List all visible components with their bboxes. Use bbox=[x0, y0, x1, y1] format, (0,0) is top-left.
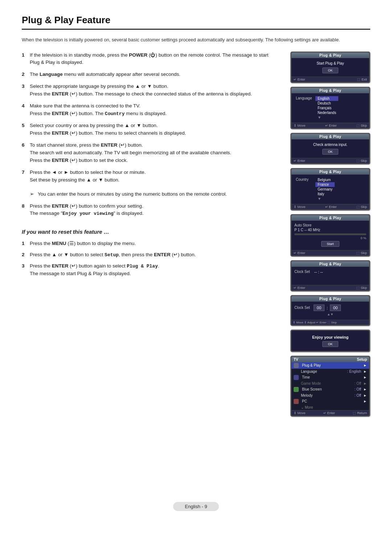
sound-icon bbox=[294, 387, 299, 392]
menu-arrow: ► bbox=[363, 381, 367, 385]
tv-panel-footer: ⇕ Move ↵ Enter ⬚ Return bbox=[291, 410, 369, 416]
step-num: 4 bbox=[22, 102, 30, 118]
tv-panel-header: Plug & Play bbox=[291, 169, 369, 175]
setup-menu-row-plug: Plug & Play ► bbox=[291, 362, 369, 369]
country-more: ▼ bbox=[315, 196, 335, 201]
menu-arrow: ► bbox=[363, 393, 367, 397]
list-item: 2 The Language menu will automatically a… bbox=[22, 71, 279, 78]
country-germany: Germany bbox=[315, 187, 335, 192]
tv-btn-row: OK bbox=[294, 148, 366, 156]
step-num: 7 bbox=[22, 169, 30, 184]
menu-arrow: ► bbox=[363, 375, 367, 379]
footer-enter: ↵ Enter bbox=[294, 286, 305, 290]
tv-panel-header: Plug & Play bbox=[291, 88, 369, 93]
lang-option-francais: Français bbox=[315, 106, 338, 110]
menu-item-value: : Off bbox=[354, 393, 361, 397]
pic-icon bbox=[294, 375, 299, 380]
tv-panel-body: Language English Deutsch Français Nederl… bbox=[291, 93, 369, 123]
enjoy-text: Enjoy your viewing bbox=[294, 334, 366, 340]
step-content: Make sure that the antenna is connected … bbox=[30, 102, 279, 118]
auto-store-row: P 1 C -- 40 MHz bbox=[294, 228, 366, 232]
step-content: Press the ▲ or ▼ button to select Setup,… bbox=[30, 251, 279, 259]
tv-panel-footer-small: ⇕ Move ⇕ Adjust ↵ Enter ⬚ Skip bbox=[291, 320, 369, 325]
tv-panel-inner: Plug & Play Country Belgium France Germa… bbox=[291, 169, 369, 209]
menu-item-label: ⌄ More bbox=[301, 405, 367, 409]
step-content: Select your country or area by pressing … bbox=[30, 122, 279, 137]
tv-panel-inner: Plug & Play Language English Deutsch Fra… bbox=[291, 88, 369, 128]
tv-panel-header: Plug & Play bbox=[291, 261, 369, 267]
note-arrow: ➢ bbox=[30, 191, 38, 198]
menu-item-label: PC bbox=[302, 399, 361, 403]
footer-enter: ↵ Enter bbox=[294, 251, 305, 255]
list-item: 7 Press the ◄ or ► button to select the … bbox=[22, 169, 279, 184]
tv-panel-body: Country Belgium France Germany Italy ▼ bbox=[291, 175, 369, 204]
country-list-row: Country Belgium France Germany Italy ▼ bbox=[294, 177, 366, 202]
clock-set-label: Clock Set bbox=[294, 270, 310, 274]
footer-skip: ⬚ Skip bbox=[356, 205, 367, 209]
note-content: You can enter the hours or minutes by us… bbox=[38, 191, 279, 198]
setup-menu-row-gamemode: Game Mode : Off ► bbox=[291, 381, 369, 386]
footer-enter: ↵ Enter bbox=[294, 159, 305, 163]
sub-section-title: If you want to reset this feature … bbox=[22, 229, 279, 235]
tv-panel-header: Plug & Play bbox=[291, 53, 369, 58]
plug-icon bbox=[294, 363, 299, 368]
lang-label: Language bbox=[296, 96, 314, 100]
footer-badge: English - 9 bbox=[173, 502, 219, 511]
tv-panel-footer: ↵ Enter ⬚ Skip bbox=[291, 285, 369, 290]
step-num: 2 bbox=[22, 71, 30, 78]
tv-panel-body: Auto Store P 1 C -- 40 MHz 0 % Start bbox=[291, 221, 369, 250]
footer-enter: ↵ Enter bbox=[325, 205, 337, 209]
tv-btn-row: OK bbox=[294, 340, 366, 348]
step-content: Press the ENTER (↵) button again to sele… bbox=[30, 262, 279, 278]
tv-center-text: Check antenna input. bbox=[294, 142, 366, 148]
footer-move: ⇕ Move bbox=[294, 205, 306, 209]
note-item: ➢ You can enter the hours or minutes by … bbox=[22, 191, 279, 198]
intro-text: When the television is initially powered… bbox=[22, 36, 370, 44]
clock-set-label: Clock Set bbox=[294, 306, 310, 310]
auto-store-label: Auto Store bbox=[294, 223, 366, 228]
title-section: Plug & Play Feature bbox=[22, 15, 370, 30]
tv-panel-header: Plug & Play bbox=[291, 215, 369, 221]
step-content: The Language menu will automatically app… bbox=[30, 71, 279, 78]
tv-panel-body: Enjoy your viewing OK bbox=[291, 331, 369, 351]
country-belgium: Belgium bbox=[315, 177, 335, 182]
setup-label: Setup bbox=[330, 358, 367, 362]
menu-item-label: Plug & Play bbox=[302, 363, 361, 367]
menu-arrow: ► bbox=[363, 399, 367, 403]
tv-panel-header: Plug & Play bbox=[291, 296, 369, 302]
clock-up-down: ▲▼ bbox=[294, 313, 366, 316]
tv-panel-9: TV Setup Plug & Play ► Language : Englis… bbox=[290, 356, 370, 417]
tv-panel-body: Clock Set -- : -- bbox=[291, 267, 369, 285]
tv-panel-footer: ⇕ Move ↵ Enter ⬚ Skip bbox=[291, 123, 369, 128]
menu-item-label: Game Mode bbox=[301, 381, 352, 385]
progress-bar-wrap bbox=[294, 233, 366, 235]
menu-item-label: Language bbox=[301, 369, 345, 373]
tv-btn-row: Start bbox=[294, 240, 366, 248]
country-label: Country bbox=[296, 177, 314, 181]
tv-panel-footer: ↵ Enter ⬚ Skip bbox=[291, 250, 369, 256]
sub-steps: 1 Press the MENU (☰) button to display t… bbox=[22, 240, 279, 278]
tv-center-text: Start Plug & Play bbox=[294, 60, 366, 66]
step-content: Press the ◄ or ► button to select the ho… bbox=[30, 169, 279, 184]
tv-btn-row: OK bbox=[294, 66, 366, 74]
step-num: 1 bbox=[22, 240, 30, 248]
lang-list-row: Language English Deutsch Français Nederl… bbox=[294, 95, 366, 121]
step-num: 8 bbox=[22, 203, 30, 218]
clock-value: -- : -- bbox=[314, 270, 323, 274]
tv-panel-body: Clock Set 00 : 00 ▲▼ bbox=[291, 302, 369, 320]
steps-list-cont: 8 Press the ENTER (↵) button to confirm … bbox=[22, 203, 279, 218]
tv-panel-8: Enjoy your viewing OK bbox=[290, 330, 370, 352]
clock-min: 00 bbox=[330, 305, 341, 311]
step-num: 5 bbox=[22, 122, 30, 137]
tv-panel-2: Plug & Play Language English Deutsch Fra… bbox=[290, 87, 370, 129]
tv-panel-header: Plug & Play bbox=[291, 134, 369, 139]
setup-header: TV Setup bbox=[291, 357, 369, 362]
country-options: Belgium France Germany Italy ▼ bbox=[315, 177, 335, 201]
tv-panel-3: Plug & Play Check antenna input. OK ↵ En… bbox=[290, 133, 370, 164]
footer-enter: ↵ Enter bbox=[323, 411, 335, 415]
steps-list: 1 If the television is in standby mode, … bbox=[22, 52, 279, 184]
list-item: 3 Select the appropriate language by pre… bbox=[22, 83, 279, 98]
setup-menu-row-pc: PC ► bbox=[291, 398, 369, 405]
footer-move: ⇕ Move bbox=[294, 124, 306, 127]
tv-panel-inner: Plug & Play Check antenna input. OK ↵ En… bbox=[291, 134, 369, 163]
